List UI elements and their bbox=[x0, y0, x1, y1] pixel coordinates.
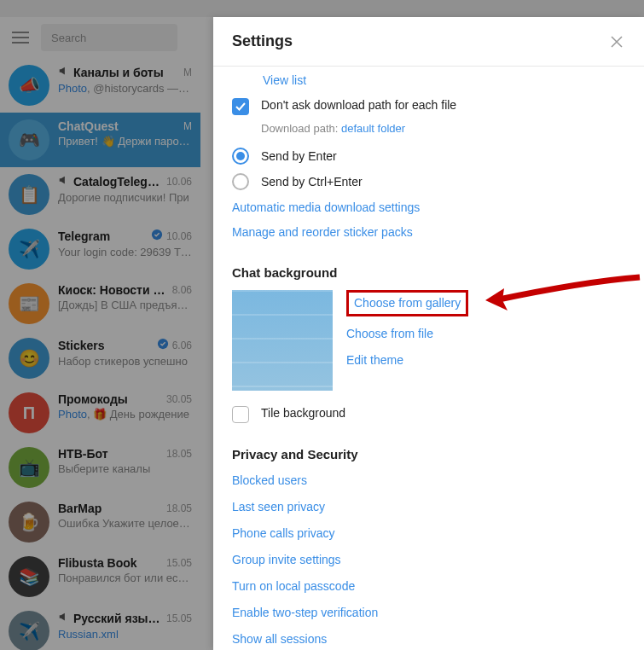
send-ctrl-enter-label: Send by Ctrl+Enter bbox=[261, 175, 363, 189]
close-icon bbox=[611, 36, 623, 48]
radio-selected[interactable] bbox=[232, 148, 249, 165]
group-invite-link[interactable]: Group invite settings bbox=[232, 551, 625, 569]
checkbox-empty[interactable] bbox=[232, 406, 249, 423]
panel-header: Settings bbox=[213, 17, 644, 67]
choose-gallery-link[interactable]: Choose from gallery bbox=[346, 290, 468, 316]
settings-panel: Settings View list Don't ask download pa… bbox=[213, 17, 644, 650]
tile-bg-label: Tile background bbox=[261, 406, 345, 420]
download-path-row: Download path: default folder bbox=[261, 120, 625, 137]
checkbox-checked[interactable] bbox=[232, 98, 249, 115]
bg-preview[interactable] bbox=[232, 290, 333, 391]
arrow-icon bbox=[482, 273, 644, 324]
last-seen-link[interactable]: Last seen privacy bbox=[232, 498, 625, 516]
send-ctrl-enter-radio[interactable]: Send by Ctrl+Enter bbox=[232, 173, 625, 190]
close-button[interactable] bbox=[608, 33, 625, 50]
annotation-arrow bbox=[482, 273, 644, 324]
send-enter-radio[interactable]: Send by Enter bbox=[232, 148, 625, 165]
check-icon bbox=[235, 101, 247, 113]
show-sessions-link[interactable]: Show all sessions bbox=[232, 630, 625, 648]
download-path-link[interactable]: default folder bbox=[341, 122, 405, 135]
blocked-users-link[interactable]: Blocked users bbox=[232, 472, 625, 490]
tile-bg-row[interactable]: Tile background bbox=[232, 406, 625, 423]
panel-title: Settings bbox=[232, 32, 608, 50]
phone-calls-link[interactable]: Phone calls privacy bbox=[232, 525, 625, 543]
manage-stickers-link[interactable]: Manage and reorder sticker packs bbox=[232, 223, 625, 241]
panel-body: View list Don't ask download path for ea… bbox=[213, 67, 644, 648]
two-step-link[interactable]: Enable two-step verification bbox=[232, 604, 625, 622]
radio-unselected[interactable] bbox=[232, 173, 249, 190]
view-list-link[interactable]: View list bbox=[263, 72, 625, 90]
send-enter-label: Send by Enter bbox=[261, 149, 337, 163]
dont-ask-checkbox-row[interactable]: Don't ask download path for each file bbox=[232, 98, 625, 115]
privacy-title: Privacy and Security bbox=[232, 447, 625, 461]
local-passcode-link[interactable]: Turn on local passcode bbox=[232, 577, 625, 595]
choose-file-link[interactable]: Choose from file bbox=[346, 325, 468, 343]
dont-ask-label: Don't ask download path for each file bbox=[261, 98, 456, 112]
edit-theme-link[interactable]: Edit theme bbox=[346, 351, 468, 369]
download-path-label: Download path: bbox=[261, 122, 341, 135]
auto-media-link[interactable]: Automatic media download settings bbox=[232, 199, 625, 217]
